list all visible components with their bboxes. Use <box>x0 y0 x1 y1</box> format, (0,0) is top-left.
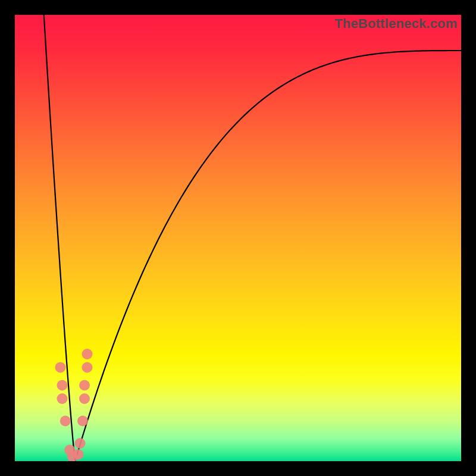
chart-svg <box>15 15 461 461</box>
data-point <box>82 349 93 359</box>
chart-frame: TheBottleneck.com <box>0 0 476 476</box>
data-point <box>57 380 68 391</box>
data-point <box>55 362 66 373</box>
data-point <box>79 393 90 404</box>
data-point <box>73 449 84 460</box>
data-point <box>60 416 71 427</box>
data-point <box>57 393 68 404</box>
data-point <box>79 380 90 391</box>
plot-area: TheBottleneck.com <box>15 15 461 461</box>
bottleneck-curve <box>44 15 461 461</box>
data-point <box>82 362 93 373</box>
data-point <box>77 416 88 427</box>
data-point <box>75 438 86 449</box>
